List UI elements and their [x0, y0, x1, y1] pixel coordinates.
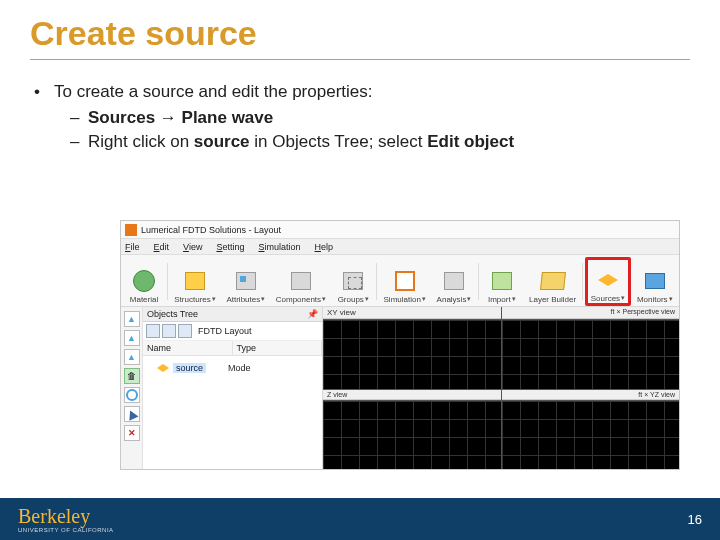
side-tool-palette: ▲ ▲ ▲ 🗑 ✕: [121, 307, 143, 469]
dropdown-icon[interactable]: ▾: [261, 295, 265, 303]
toolbar-groups-label: Groups: [338, 295, 364, 304]
window-titlebar: Lumerical FDTD Solutions - Layout: [121, 221, 679, 239]
slide-title: Create source: [0, 0, 720, 53]
text-fragment: in Objects Tree; select: [250, 132, 428, 151]
bullet-level-1: To create a source and edit the properti…: [34, 82, 690, 102]
toolbar-import[interactable]: Import▾: [481, 257, 523, 306]
berkeley-subtitle: UNIVERSITY OF CALIFORNIA: [18, 527, 114, 533]
viewport-xy-label: XY view: [323, 307, 501, 319]
bullet-level-2a: Sources → Plane wave: [34, 108, 690, 128]
tree-col-name[interactable]: Name: [143, 341, 233, 355]
window-title: Lumerical FDTD Solutions - Layout: [141, 225, 281, 235]
tool-delete-icon[interactable]: ✕: [124, 425, 140, 441]
toolbar-analysis-label: Analysis: [437, 295, 467, 304]
toolbar-groups[interactable]: Groups▾: [332, 257, 374, 306]
objects-tree-title: Objects Tree: [147, 309, 198, 319]
source-node-icon: [157, 364, 169, 372]
dropdown-icon[interactable]: ▾: [669, 295, 673, 303]
attributes-icon: [236, 272, 256, 290]
toolbar-simulation[interactable]: Simulation▾: [379, 257, 430, 306]
app-body: ▲ ▲ ▲ 🗑 ✕ Objects Tree 📌 FDTD Layout Nam…: [121, 307, 679, 469]
dropdown-icon[interactable]: ▾: [365, 295, 369, 303]
tree-col-type[interactable]: Type: [233, 341, 323, 355]
groups-icon: [343, 272, 363, 290]
toolbar-sources[interactable]: Sources▾: [585, 257, 630, 306]
tree-item-source-type: Mode: [228, 363, 251, 373]
simulation-icon: [395, 271, 415, 291]
menu-path-planewave: Plane wave: [182, 108, 274, 127]
page-number: 16: [688, 512, 702, 527]
toolbar-components[interactable]: Components▾: [272, 257, 331, 306]
toolbar-separator: [478, 263, 479, 300]
text-fragment: Right click on: [88, 132, 194, 151]
viewport-yz-label: ft × YZ view: [502, 390, 680, 400]
import-icon: [492, 272, 512, 290]
tree-tool-icon[interactable]: [146, 324, 160, 338]
tree-tool-row: FDTD Layout: [143, 322, 322, 341]
app-logo-icon: [125, 224, 137, 236]
layerbuilder-icon: [540, 272, 566, 290]
emph-source: source: [194, 132, 250, 151]
toolbar-components-label: Components: [276, 295, 321, 304]
tool-shape-a-icon[interactable]: ▲: [124, 311, 140, 327]
tree-item-source-name[interactable]: source: [173, 363, 206, 373]
ribbon-toolbar: Material Structures▾ Attributes▾ Compone…: [121, 255, 679, 307]
tool-shape-b-icon[interactable]: ▲: [124, 330, 140, 346]
toolbar-layerbuilder-label: Layer Builder: [529, 295, 576, 304]
toolbar-separator: [167, 263, 168, 300]
viewport-yz[interactable]: [502, 401, 680, 470]
arrow-icon: →: [160, 108, 177, 127]
pin-icon[interactable]: 📌: [307, 309, 318, 319]
tree-tool-icon[interactable]: [178, 324, 192, 338]
app-window: Lumerical FDTD Solutions - Layout File E…: [120, 220, 680, 470]
berkeley-logo: Berkeley UNIVERSITY OF CALIFORNIA: [18, 506, 114, 533]
toolbar-analysis[interactable]: Analysis▾: [432, 257, 476, 306]
tree-item-source[interactable]: source Mode: [157, 363, 318, 373]
dropdown-icon[interactable]: ▾: [512, 295, 516, 303]
viewport-grid: XY view ft × Perspective view Z view ft …: [323, 307, 679, 469]
dropdown-icon[interactable]: ▾: [467, 295, 471, 303]
menu-file[interactable]: File: [125, 242, 140, 252]
tool-shape-c-icon[interactable]: ▲: [124, 349, 140, 365]
tool-zoom-icon[interactable]: [124, 387, 140, 403]
viewport-xy[interactable]: [323, 320, 501, 389]
menu-edit[interactable]: Edit: [154, 242, 170, 252]
toolbar-structures[interactable]: Structures▾: [170, 257, 220, 306]
emph-edit-object: Edit object: [427, 132, 514, 151]
dropdown-icon[interactable]: ▾: [621, 294, 625, 302]
toolbar-material-label: Material: [130, 295, 158, 304]
menu-view[interactable]: View: [183, 242, 202, 252]
toolbar-layerbuilder[interactable]: Layer Builder: [525, 257, 581, 306]
viewport-xz[interactable]: [323, 401, 501, 470]
toolbar-structures-label: Structures: [174, 295, 210, 304]
tool-pointer-icon[interactable]: [124, 406, 140, 422]
toolbar-attributes-label: Attributes: [226, 295, 260, 304]
menu-path-sources: Sources: [88, 108, 155, 127]
viewport-persp-label: ft × Perspective view: [502, 307, 680, 319]
dropdown-icon[interactable]: ▾: [322, 295, 326, 303]
menu-simulation[interactable]: Simulation: [258, 242, 300, 252]
dropdown-icon[interactable]: ▾: [212, 295, 216, 303]
menu-help[interactable]: Help: [315, 242, 334, 252]
viewport-persp[interactable]: [502, 320, 680, 389]
toolbar-separator: [376, 263, 377, 300]
menu-setting[interactable]: Setting: [216, 242, 244, 252]
tree-tool-icon[interactable]: [162, 324, 176, 338]
toolbar-separator: [582, 263, 583, 300]
tree-column-headers: Name Type: [143, 341, 322, 356]
tool-trash-icon[interactable]: 🗑: [124, 368, 140, 384]
toolbar-sources-label: Sources: [591, 294, 620, 303]
slide-footer: Berkeley UNIVERSITY OF CALIFORNIA 16: [0, 498, 720, 540]
tree-content: source Mode: [143, 356, 322, 469]
toolbar-monitors-label: Monitors: [637, 295, 668, 304]
toolbar-attributes[interactable]: Attributes▾: [222, 257, 270, 306]
menubar[interactable]: File Edit View Setting Simulation Help: [121, 239, 679, 255]
toolbar-import-label: Import: [488, 295, 511, 304]
sources-icon: [598, 274, 618, 286]
monitors-icon: [645, 273, 665, 289]
objects-tree-panel: Objects Tree 📌 FDTD Layout Name Type sou…: [143, 307, 323, 469]
components-icon: [291, 272, 311, 290]
dropdown-icon[interactable]: ▾: [422, 295, 426, 303]
toolbar-monitors[interactable]: Monitors▾: [633, 257, 678, 306]
toolbar-material[interactable]: Material: [123, 257, 165, 306]
